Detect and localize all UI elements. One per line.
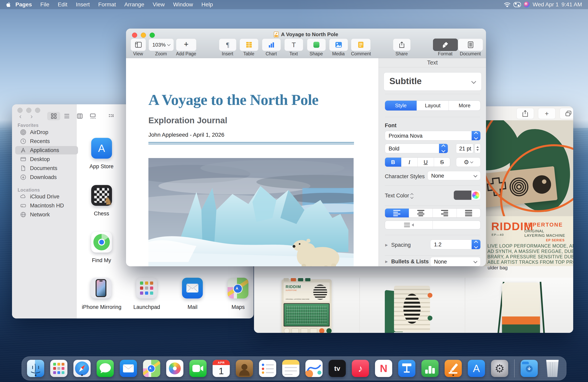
italic-button[interactable]: I bbox=[401, 158, 418, 167]
font-style-dropdown[interactable]: Bold bbox=[385, 144, 448, 153]
close-button[interactable] bbox=[132, 33, 137, 38]
table-button[interactable] bbox=[240, 38, 258, 51]
dock-photos[interactable] bbox=[166, 360, 183, 377]
sidebar-item-network[interactable]: Network bbox=[15, 210, 78, 219]
spacing-dropdown[interactable]: 1.2 bbox=[430, 240, 481, 249]
menu-help[interactable]: Help bbox=[197, 1, 217, 8]
stepper-icon[interactable] bbox=[472, 240, 480, 249]
bullets-dropdown[interactable]: None bbox=[430, 257, 481, 266]
dock-pages[interactable] bbox=[445, 360, 462, 377]
menu-file[interactable]: File bbox=[36, 1, 54, 8]
share-button[interactable] bbox=[516, 108, 534, 119]
spacing-disclosure[interactable]: ▶ bbox=[385, 243, 388, 247]
chart-button[interactable] bbox=[262, 38, 281, 51]
text-button[interactable]: T bbox=[284, 38, 303, 51]
align-left-button[interactable] bbox=[385, 209, 409, 217]
dock-messages[interactable] bbox=[97, 360, 114, 377]
strikethrough-button[interactable]: S bbox=[434, 158, 450, 167]
list-view-button[interactable] bbox=[60, 112, 73, 120]
pages-window[interactable]: A Voyage to North Pole View 103% Zoom + … bbox=[126, 29, 486, 266]
font-size-stepper[interactable] bbox=[475, 144, 481, 153]
sidebar-item-recents[interactable]: Recents bbox=[15, 137, 78, 145]
mail-app-icon[interactable] bbox=[182, 278, 203, 299]
menu-insert[interactable]: Insert bbox=[72, 1, 94, 8]
dock-numbers[interactable] bbox=[421, 360, 439, 377]
control-center-icon[interactable] bbox=[513, 2, 521, 7]
forward-button[interactable]: › bbox=[26, 112, 37, 120]
sidebar-item-documents[interactable]: Documents bbox=[15, 164, 78, 172]
text-color-well[interactable] bbox=[454, 191, 481, 200]
dock-keynote[interactable] bbox=[398, 360, 415, 377]
dock-trash[interactable] bbox=[544, 360, 561, 377]
dock-notes[interactable] bbox=[282, 360, 299, 377]
siri-icon[interactable] bbox=[524, 1, 530, 8]
dock-calendar[interactable]: APR 1 bbox=[213, 360, 230, 377]
launchpad-app-icon[interactable] bbox=[136, 278, 157, 299]
menu-view[interactable]: View bbox=[148, 1, 169, 8]
maps-app-icon[interactable] bbox=[228, 278, 248, 299]
tab-style[interactable]: Style bbox=[385, 101, 417, 111]
icon-view-button[interactable] bbox=[47, 112, 60, 120]
dock-finder[interactable] bbox=[27, 360, 44, 377]
dock-safari[interactable] bbox=[73, 360, 91, 377]
advanced-options-button[interactable]: ⚙ bbox=[456, 157, 481, 167]
tab-layout[interactable]: Layout bbox=[417, 101, 448, 111]
dock-maps[interactable] bbox=[143, 360, 160, 377]
dock-facetime[interactable] bbox=[189, 360, 207, 377]
back-button[interactable]: ‹ bbox=[15, 112, 26, 120]
character-styles-dropdown[interactable]: None bbox=[427, 171, 481, 180]
dock-appletv[interactable]: tv bbox=[329, 360, 346, 377]
sidebar-item-desktop[interactable]: Desktop bbox=[15, 155, 78, 163]
dock-news[interactable]: N bbox=[375, 360, 392, 377]
menu-date[interactable]: Wed Apr 1 bbox=[533, 1, 559, 8]
stepper-icon[interactable] bbox=[472, 131, 480, 140]
dock-settings[interactable]: ⚙ bbox=[491, 360, 508, 377]
sidebar-item-applications[interactable]: Applications bbox=[15, 146, 78, 154]
add-page-button[interactable]: + bbox=[176, 38, 196, 51]
share-button[interactable] bbox=[393, 38, 411, 51]
underline-button[interactable]: U bbox=[417, 158, 434, 167]
iphone-mirroring-app-icon[interactable] bbox=[91, 278, 111, 299]
indent-decrease-button[interactable] bbox=[385, 221, 433, 229]
menu-arrange[interactable]: Arrange bbox=[120, 1, 148, 8]
menu-time[interactable]: 9:41 AM bbox=[561, 1, 582, 8]
format-button[interactable] bbox=[433, 38, 458, 51]
app-store-app-icon[interactable]: A bbox=[91, 138, 112, 159]
find-my-app-icon[interactable] bbox=[91, 232, 112, 252]
paragraph-style-dropdown[interactable]: Subtitle bbox=[384, 72, 482, 91]
shape-button[interactable] bbox=[307, 38, 326, 51]
dock-freeform[interactable] bbox=[305, 360, 323, 377]
dock-launchpad[interactable] bbox=[50, 360, 67, 377]
zoom-button[interactable] bbox=[35, 108, 40, 113]
sidebar-item-macintosh-hd[interactable]: Macintosh HD bbox=[15, 201, 78, 210]
apple-menu-icon[interactable] bbox=[6, 1, 11, 8]
align-right-button[interactable] bbox=[433, 209, 457, 217]
dock-downloads-folder[interactable] bbox=[521, 360, 538, 377]
font-family-dropdown[interactable]: Proxima Nova bbox=[385, 131, 481, 140]
menu-app-name[interactable]: Pages bbox=[11, 1, 36, 8]
menu-format[interactable]: Format bbox=[94, 1, 120, 8]
insert-button[interactable]: ¶ bbox=[219, 38, 236, 51]
dock-music[interactable]: ♪ bbox=[352, 360, 369, 377]
minimize-button[interactable] bbox=[141, 33, 146, 38]
zoom-dropdown[interactable]: 103% bbox=[148, 38, 174, 51]
bullets-disclosure[interactable]: ▶ bbox=[385, 260, 388, 264]
chess-app-icon[interactable]: ♞ bbox=[91, 185, 112, 206]
align-center-button[interactable] bbox=[409, 209, 433, 217]
menu-window[interactable]: Window bbox=[169, 1, 197, 8]
sidebar-item-airdrop[interactable]: AirDrop bbox=[15, 128, 78, 136]
font-size-field[interactable]: 21 pt bbox=[456, 144, 473, 153]
bold-button[interactable]: B bbox=[385, 158, 401, 167]
media-button[interactable] bbox=[329, 38, 348, 51]
zoom-button[interactable] bbox=[150, 33, 155, 38]
sidebar-item-downloads[interactable]: Downloads bbox=[15, 173, 78, 181]
view-button[interactable] bbox=[131, 38, 146, 51]
column-view-button[interactable] bbox=[73, 112, 86, 120]
comment-button[interactable] bbox=[351, 38, 371, 51]
document-button[interactable] bbox=[458, 38, 483, 51]
dock-mail[interactable] bbox=[120, 360, 137, 377]
new-tab-button[interactable]: + bbox=[538, 108, 556, 119]
indent-increase-button[interactable] bbox=[433, 221, 480, 229]
document-canvas[interactable]: A Voyage to the North Pole Exploration J… bbox=[126, 58, 378, 266]
stepper-icon[interactable] bbox=[439, 144, 448, 153]
